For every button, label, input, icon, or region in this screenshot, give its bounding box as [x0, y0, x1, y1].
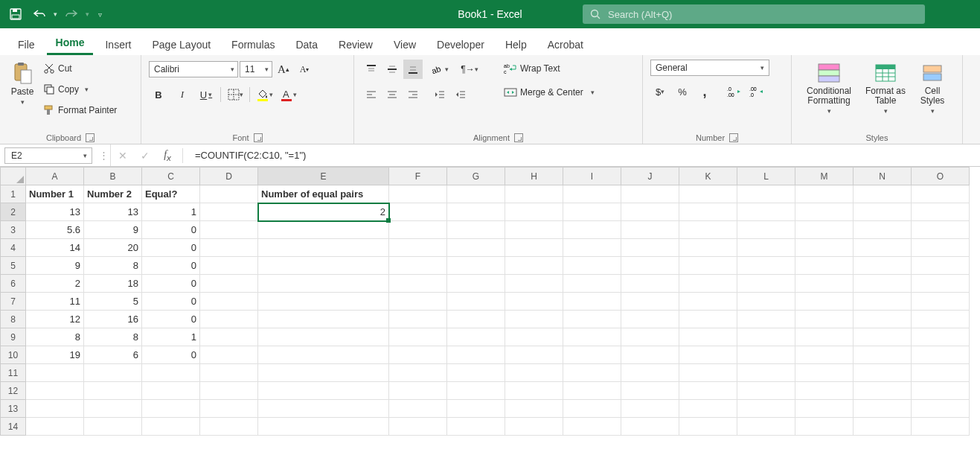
undo-dropdown[interactable]: ▾: [54, 10, 57, 18]
cell-B8[interactable]: 16: [84, 311, 142, 328]
search-box[interactable]: Search (Alt+Q): [583, 4, 925, 24]
row-header-6[interactable]: 6: [1, 275, 26, 293]
cell-C10[interactable]: 0: [142, 346, 200, 364]
align-left-button[interactable]: [362, 85, 381, 104]
conditional-formatting-button[interactable]: Conditional Formatting▾: [799, 60, 859, 116]
cell-C9[interactable]: 1: [142, 328, 200, 346]
percent-format-button[interactable]: %: [673, 82, 692, 101]
cell-C4[interactable]: 0: [142, 239, 200, 257]
qat-customize[interactable]: ▿: [94, 4, 106, 24]
cell-A5[interactable]: 9: [26, 257, 84, 275]
increase-decimal-button[interactable]: .0.00: [725, 82, 744, 101]
row-header-1[interactable]: 1: [1, 185, 26, 203]
row-header-2[interactable]: 2: [1, 203, 26, 221]
undo-button[interactable]: [30, 4, 49, 24]
align-bottom-button[interactable]: [403, 60, 423, 79]
borders-button[interactable]: ▾: [225, 85, 245, 104]
col-header-E[interactable]: E: [258, 168, 389, 185]
cell-A3[interactable]: 5.6: [26, 221, 84, 239]
col-header-M[interactable]: M: [795, 168, 854, 185]
merge-center-button[interactable]: Merge & Center▾: [504, 83, 595, 101]
row-header-14[interactable]: 14: [1, 418, 26, 436]
redo-button[interactable]: [62, 4, 81, 24]
cell-A9[interactable]: 8: [26, 328, 84, 346]
increase-font-button[interactable]: A▴: [274, 60, 293, 79]
row-header-10[interactable]: 10: [1, 346, 26, 364]
tab-view[interactable]: View: [385, 33, 425, 55]
cell-B9[interactable]: 8: [84, 328, 142, 346]
col-header-N[interactable]: N: [854, 168, 912, 185]
cell-B7[interactable]: 5: [84, 293, 142, 311]
fill-color-button[interactable]: ▾: [254, 85, 274, 104]
cell-B4[interactable]: 20: [84, 239, 142, 257]
underline-button[interactable]: U▾: [196, 85, 216, 104]
select-all-button[interactable]: [1, 168, 25, 185]
cell-C2[interactable]: 1: [142, 203, 200, 221]
copy-button[interactable]: Copy▾: [43, 80, 117, 98]
row-header-11[interactable]: 11: [1, 364, 26, 382]
decrease-indent-button[interactable]: [430, 85, 449, 104]
bold-button[interactable]: B: [149, 85, 168, 104]
row-header-4[interactable]: 4: [1, 239, 26, 257]
cell-C7[interactable]: 0: [142, 293, 200, 311]
enter-formula-button[interactable]: ✓: [138, 150, 153, 162]
accounting-format-button[interactable]: $▾: [650, 82, 670, 101]
cancel-formula-button[interactable]: ✕: [115, 150, 130, 162]
cell-A4[interactable]: 14: [26, 239, 84, 257]
format-as-table-button[interactable]: Format as Table▾: [862, 60, 909, 116]
col-header-L[interactable]: L: [737, 168, 795, 185]
row-header-13[interactable]: 13: [1, 400, 26, 418]
tab-formulas[interactable]: Formulas: [222, 33, 284, 55]
italic-button[interactable]: I: [173, 85, 192, 104]
row-header-7[interactable]: 7: [1, 293, 26, 311]
redo-dropdown[interactable]: ▾: [86, 10, 89, 18]
row-header-5[interactable]: 5: [1, 257, 26, 275]
row-header-12[interactable]: 12: [1, 382, 26, 400]
tab-help[interactable]: Help: [496, 33, 536, 55]
tab-file[interactable]: File: [9, 33, 44, 55]
row-header-8[interactable]: 8: [1, 311, 26, 328]
worksheet-grid[interactable]: A B C D E F G H I J K L M N O 1 Number 1…: [0, 167, 980, 436]
formula-input[interactable]: =COUNTIF(C2:C10, "=1"): [190, 150, 306, 161]
cell-B6[interactable]: 18: [84, 275, 142, 293]
tab-page-layout[interactable]: Page Layout: [143, 33, 220, 55]
number-format-combo[interactable]: General▾: [650, 60, 769, 76]
orientation-button[interactable]: ab▾: [430, 60, 449, 79]
cell-B2[interactable]: 13: [84, 203, 142, 221]
cell-A6[interactable]: 2: [26, 275, 84, 293]
cell-styles-button[interactable]: Cell Styles▾: [912, 60, 952, 116]
cell-E1[interactable]: Number of equal pairs: [258, 185, 389, 203]
cell-B5[interactable]: 8: [84, 257, 142, 275]
decrease-decimal-button[interactable]: .00.0: [747, 82, 766, 101]
ltr-button[interactable]: ¶→▾: [460, 60, 479, 79]
cell-F1[interactable]: [389, 185, 447, 203]
cell-A2[interactable]: 13: [26, 203, 84, 221]
cut-button[interactable]: Cut: [43, 60, 117, 77]
cell-A8[interactable]: 12: [26, 311, 84, 328]
font-size-combo[interactable]: 11▾: [240, 61, 272, 77]
font-color-button[interactable]: A▾: [278, 85, 298, 104]
row-header-9[interactable]: 9: [1, 328, 26, 346]
col-header-O[interactable]: O: [912, 168, 970, 185]
decrease-font-button[interactable]: A▾: [295, 60, 314, 79]
comma-format-button[interactable]: ,: [695, 82, 714, 101]
cell-C5[interactable]: 0: [142, 257, 200, 275]
col-header-G[interactable]: G: [447, 168, 505, 185]
col-header-H[interactable]: H: [505, 168, 563, 185]
col-header-A[interactable]: A: [26, 168, 84, 185]
tab-developer[interactable]: Developer: [428, 33, 493, 55]
col-header-D[interactable]: D: [200, 168, 258, 185]
cell-C1[interactable]: Equal?: [142, 185, 200, 203]
fx-button[interactable]: fx: [160, 149, 175, 162]
row-header-3[interactable]: 3: [1, 221, 26, 239]
number-launcher[interactable]: [729, 133, 738, 142]
cell-D1[interactable]: [200, 185, 258, 203]
cell-A1[interactable]: Number 1: [26, 185, 84, 203]
cell-C8[interactable]: 0: [142, 311, 200, 328]
cell-C3[interactable]: 0: [142, 221, 200, 239]
clipboard-launcher[interactable]: [86, 133, 95, 142]
wrap-text-button[interactable]: abc Wrap Text: [504, 60, 595, 77]
cell-B3[interactable]: 9: [84, 221, 142, 239]
col-header-K[interactable]: K: [679, 168, 737, 185]
align-top-button[interactable]: [362, 60, 381, 79]
